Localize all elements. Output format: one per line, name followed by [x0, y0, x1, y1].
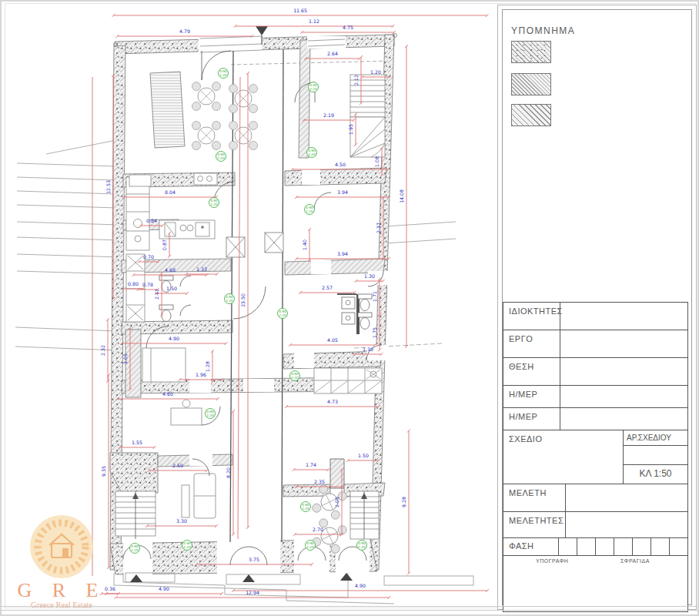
door-tag: 0.902.20	[357, 541, 367, 551]
svg-text:2.20: 2.20	[279, 313, 286, 317]
dimension-label: 2.35	[314, 479, 325, 484]
dimension-label: 4.90	[355, 583, 366, 588]
door-tag: 0.902.20	[307, 148, 317, 158]
dimension-label: 1.33	[196, 266, 207, 272]
door-tag: 0.902.20	[225, 294, 235, 304]
kitchen-fixtures	[126, 173, 217, 322]
row-date-1: Η/ΜΕΡ	[503, 385, 688, 408]
door-tag: 0.902.20	[209, 198, 219, 208]
dimension-label: 2.19	[323, 112, 334, 118]
divider	[577, 538, 577, 555]
dimension-label: 2.50	[172, 463, 183, 468]
svg-text:2.20: 2.20	[306, 545, 314, 549]
dimension-label: 23.50	[240, 293, 246, 307]
dimension-label: 1.12	[309, 18, 319, 24]
kitchenette	[314, 368, 382, 393]
dimension-label: 2.05	[334, 497, 339, 507]
dimension-label: 2.57	[322, 285, 333, 290]
svg-text:2.20: 2.20	[306, 209, 313, 213]
dimension-label: 8.04	[165, 189, 176, 195]
dimension-label: 14.08	[399, 189, 404, 203]
row-owners: ΙΔΙΟΚΤΗΤΕΣ	[503, 302, 688, 330]
logo-initials: G R E	[11, 579, 112, 602]
divider	[558, 538, 559, 555]
svg-text:2.20: 2.20	[358, 545, 366, 549]
door-tag: 0.902.20	[306, 541, 316, 551]
door-tag: 0.902.20	[219, 69, 229, 79]
svg-text:2.20: 2.20	[302, 507, 309, 511]
dimension-label: 1.50	[358, 453, 369, 458]
dimension-label: 1.74	[306, 462, 316, 467]
divider	[651, 538, 651, 555]
svg-text:2.20: 2.20	[309, 87, 317, 91]
logo-emblem	[11, 514, 112, 579]
dimension-label: 1.08	[374, 156, 380, 167]
drawing-number-label: ΑΡ.ΣΧΕΔΙΟΥ	[624, 430, 687, 446]
divider	[669, 538, 670, 555]
company-logo: G R E Greece Real Estate	[11, 514, 112, 611]
door-tag: 0.902.20	[290, 371, 300, 381]
svg-text:2.20: 2.20	[206, 413, 214, 417]
row-date-2: Η/ΜΕΡ	[503, 407, 688, 430]
divider	[560, 408, 560, 430]
stair-bottom-left	[115, 491, 156, 539]
date-label-1: Η/ΜΕΡ	[509, 390, 537, 399]
location-label: ΘΕΣΗ	[509, 362, 534, 371]
door-tag: 0.902.20	[206, 409, 216, 419]
dimension-label: 3.94	[337, 251, 348, 256]
door-tag: 0.902.20	[130, 544, 140, 554]
dimension-label: 2.42	[154, 289, 159, 300]
phase-label: ΦΑΣΗ	[509, 541, 534, 551]
project-label: ΕΡΓΟ	[509, 334, 533, 343]
door-tag: 0.902.20	[309, 82, 319, 92]
dimension-label: 12.53	[105, 180, 111, 194]
svg-text:2.20: 2.20	[219, 73, 227, 77]
signature-label: ΥΠΟΓΡΑΦΗ	[536, 558, 568, 564]
scale-label: ΚΛ 1:50	[624, 465, 687, 482]
divider	[614, 538, 614, 555]
svg-text:2.20: 2.20	[131, 548, 139, 552]
dimension-label: 3.30	[176, 518, 187, 524]
divider	[560, 303, 560, 330]
dimension-label: 1.96	[196, 372, 206, 377]
svg-text:2.20: 2.20	[308, 152, 316, 156]
dimension-label: 2.12	[353, 75, 359, 85]
shaft-boxes	[226, 233, 283, 257]
dimension-label: 4.79	[179, 28, 190, 34]
dimension-label: 1.28	[205, 361, 210, 372]
dimension-label: 9.28	[401, 497, 406, 507]
drawing-label: ΣΧΕΔΙΟ	[509, 434, 542, 444]
dimension-label: 4.68	[165, 267, 176, 273]
dimension-label: 11.65	[293, 8, 307, 13]
door-tag: 0.902.20	[305, 205, 315, 215]
dimension-label: 1.71	[372, 291, 377, 302]
bar-counter	[150, 72, 185, 148]
dimension-label: 2.37	[376, 223, 381, 233]
dimension-label: 0.87	[162, 239, 167, 250]
legend-swatch-hatch-coarse	[511, 104, 551, 126]
divider	[560, 358, 560, 385]
door-tag: 0.902.20	[301, 502, 311, 512]
dimension-label: 2.32	[100, 345, 105, 356]
title-block-panel: ΥΠΟΜΝΗΜΑ ΙΔΙΟΚΤΗΤΕΣ ΕΡΓΟ ΘΕΣΗ Η/ΜΕΡ Η/ΜΕ	[497, 5, 697, 610]
stamp-label: ΣΦΡΑΓΙΔΑ	[620, 558, 650, 564]
drawing-number-block: ΑΡ.ΣΧΕΔΙΟΥ ΚΛ 1:50	[623, 430, 687, 484]
dimension-label: 3.94	[337, 189, 348, 195]
dimension-label: 4.05	[327, 337, 338, 343]
dimension-label: 3.05	[122, 353, 128, 364]
dimension-label: 4.60	[162, 391, 173, 397]
door-tag: 0.902.20	[278, 309, 288, 319]
dimension-label: 2.70	[313, 527, 323, 532]
row-project: ΕΡΓΟ	[503, 330, 688, 358]
svg-text:2.20: 2.20	[217, 156, 225, 160]
door-tag: 0.902.20	[182, 541, 192, 551]
dimension-label: 4.90	[159, 586, 169, 591]
dimension-label: 0.84	[146, 218, 157, 223]
designers-label: ΜΕΛΕΤΗΤΕΣ	[509, 516, 564, 525]
row-location: ΘΕΣΗ	[503, 357, 688, 386]
svg-text:2.20: 2.20	[183, 545, 191, 549]
dimension-label: 4.90	[169, 336, 179, 341]
drawing-number-value	[624, 446, 687, 465]
svg-text:2.20: 2.20	[210, 203, 218, 206]
divider	[560, 386, 560, 407]
